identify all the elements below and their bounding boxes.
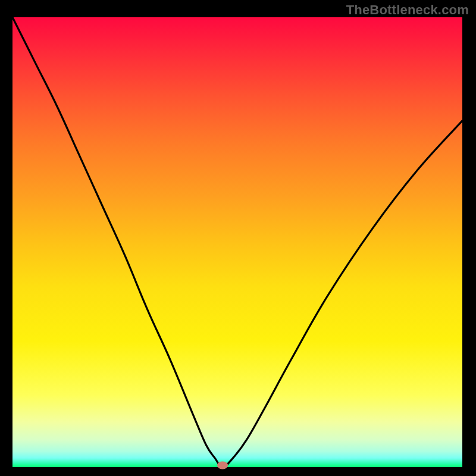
optimum-marker	[217, 462, 228, 469]
plot-area	[12, 17, 462, 467]
bottleneck-curve	[12, 17, 462, 467]
attribution-watermark: TheBottleneck.com	[346, 2, 469, 18]
chart-frame: TheBottleneck.com	[0, 0, 476, 476]
